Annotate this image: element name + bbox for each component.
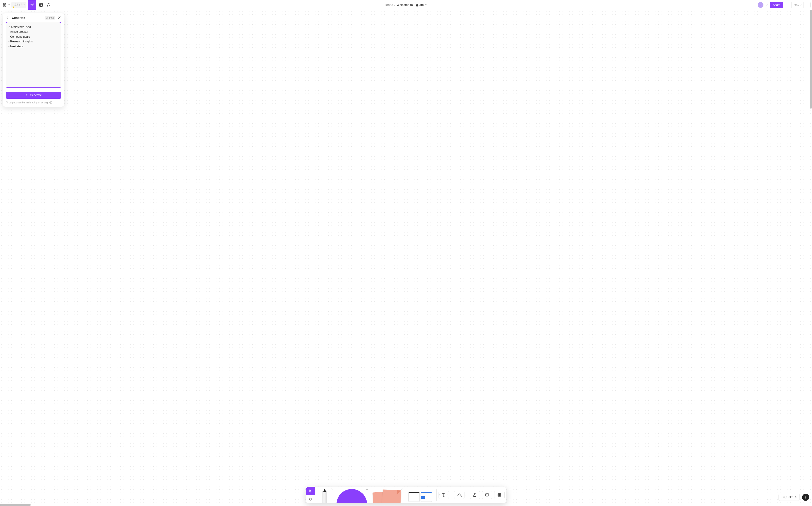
star-icon: ★ bbox=[12, 5, 15, 9]
ai-beta-badge: AI beta bbox=[45, 16, 55, 19]
section-tool[interactable] bbox=[482, 491, 492, 499]
help-icon: ? bbox=[805, 495, 807, 499]
skip-intro-label: Skip intro bbox=[782, 496, 793, 499]
table-icon bbox=[497, 493, 502, 497]
widgets-tool[interactable] bbox=[405, 487, 436, 503]
back-button[interactable] bbox=[6, 16, 10, 19]
tool-dock: T bbox=[306, 487, 506, 503]
hand-tool[interactable] bbox=[306, 495, 315, 503]
vertical-scrollbar[interactable] bbox=[810, 10, 812, 109]
generate-panel: Generate AI beta Generate AI outputs can… bbox=[3, 13, 64, 107]
select-tool[interactable] bbox=[306, 487, 315, 495]
zoom-out-button[interactable] bbox=[785, 2, 792, 8]
svg-point-3 bbox=[5, 5, 6, 6]
horizontal-scrollbar[interactable] bbox=[0, 504, 31, 506]
timer-value: 06:00 bbox=[14, 3, 24, 7]
widgets-icon bbox=[409, 492, 432, 502]
pencil-icon bbox=[322, 489, 327, 503]
shape-tool[interactable] bbox=[334, 487, 369, 503]
stamp-tool[interactable] bbox=[470, 491, 480, 499]
panel-title: Generate bbox=[12, 16, 25, 19]
zoom-in-button[interactable] bbox=[804, 2, 810, 8]
sticky-stack-icon bbox=[373, 489, 401, 503]
chevron-right-icon bbox=[795, 496, 797, 498]
svg-rect-0 bbox=[3, 4, 4, 5]
ai-generate-tool[interactable] bbox=[28, 0, 36, 10]
svg-rect-1 bbox=[5, 4, 6, 5]
section-icon bbox=[485, 493, 489, 497]
share-button[interactable]: Share bbox=[770, 2, 783, 8]
chevron-up-icon[interactable] bbox=[366, 488, 368, 490]
disclaimer-text: AI outputs can be misleading or wrong bbox=[6, 101, 48, 104]
svg-rect-16 bbox=[486, 494, 487, 495]
svg-point-11 bbox=[51, 102, 51, 102]
chevron-down-icon[interactable] bbox=[8, 4, 10, 6]
generate-button-label: Generate bbox=[30, 93, 42, 97]
svg-rect-13 bbox=[474, 495, 476, 496]
chevron-up-icon[interactable] bbox=[465, 494, 467, 496]
zoom-control: 25% bbox=[785, 2, 811, 8]
avatar[interactable]: L bbox=[758, 2, 763, 8]
top-toolbar: ★ 06:00 Drafts / Welcome to FigJam bbox=[0, 0, 812, 10]
marker-tool[interactable] bbox=[315, 487, 334, 503]
document-title[interactable]: Welcome to FigJam bbox=[396, 3, 424, 7]
skip-intro-button[interactable]: Skip intro bbox=[779, 494, 800, 501]
table-tool[interactable] bbox=[494, 491, 505, 499]
generate-button[interactable]: Generate bbox=[6, 92, 61, 99]
breadcrumb-root[interactable]: Drafts bbox=[385, 3, 393, 7]
circle-shape-icon bbox=[337, 489, 367, 503]
canvas[interactable] bbox=[0, 10, 812, 506]
main-menu[interactable] bbox=[1, 2, 10, 8]
prompt-input[interactable] bbox=[6, 22, 61, 88]
panel-header: Generate AI beta bbox=[6, 16, 61, 19]
info-icon[interactable] bbox=[49, 101, 52, 104]
sticky-note-tool[interactable] bbox=[369, 487, 405, 503]
templates-tool[interactable] bbox=[38, 2, 44, 8]
breadcrumb-separator: / bbox=[394, 3, 395, 7]
chevron-up-icon[interactable] bbox=[401, 488, 403, 490]
connector-icon bbox=[456, 493, 462, 497]
help-button[interactable]: ? bbox=[802, 494, 809, 501]
svg-rect-2 bbox=[3, 5, 4, 6]
sparkle-icon bbox=[25, 93, 28, 97]
chevron-down-icon[interactable] bbox=[765, 4, 768, 6]
topbar-right: L Share 25% bbox=[758, 2, 811, 8]
chevron-down-icon bbox=[800, 4, 802, 6]
chevron-down-icon[interactable] bbox=[425, 4, 427, 6]
divider bbox=[436, 489, 437, 501]
close-button[interactable] bbox=[57, 16, 61, 19]
text-tool[interactable]: T bbox=[439, 491, 449, 499]
svg-rect-4 bbox=[40, 3, 43, 6]
zoom-value: 25% bbox=[794, 4, 799, 6]
chevron-up-icon[interactable] bbox=[330, 488, 333, 490]
connector-tool[interactable] bbox=[454, 491, 464, 499]
figma-icon[interactable] bbox=[1, 2, 8, 8]
timer-pill[interactable]: ★ 06:00 bbox=[11, 2, 26, 8]
cursor-tool-group bbox=[306, 487, 315, 503]
zoom-select[interactable]: 25% bbox=[792, 4, 804, 6]
comment-tool[interactable] bbox=[45, 2, 52, 8]
stamp-icon bbox=[473, 493, 477, 497]
topbar-left: ★ 06:00 bbox=[1, 0, 52, 10]
ai-disclaimer: AI outputs can be misleading or wrong bbox=[6, 101, 61, 104]
breadcrumb: Drafts / Welcome to FigJam bbox=[385, 3, 427, 7]
text-icon: T bbox=[442, 492, 445, 498]
